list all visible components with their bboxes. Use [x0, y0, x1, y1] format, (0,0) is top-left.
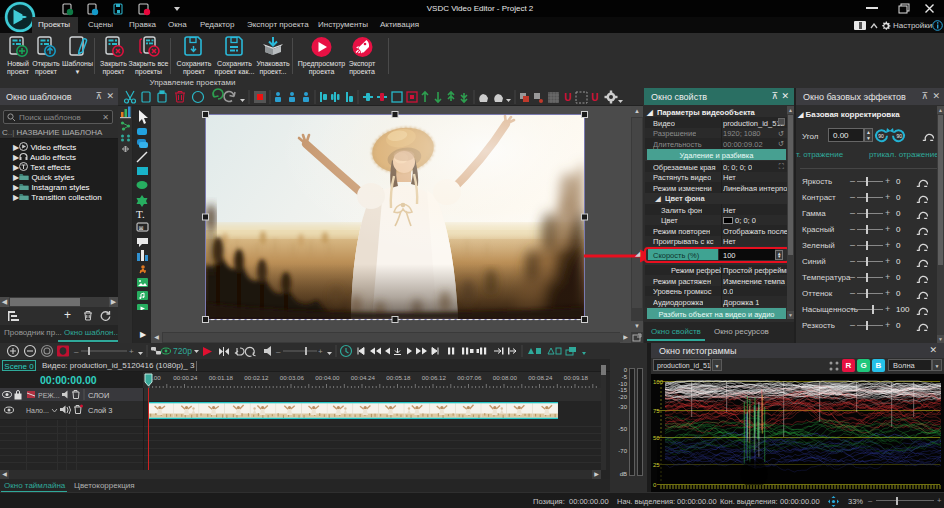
svg-text:00:01.18: 00:01.18 — [209, 374, 234, 381]
svg-text:00:08.24: 00:08.24 — [528, 374, 553, 381]
svg-text:00:03.06: 00:03.06 — [280, 374, 305, 381]
svg-text:Нало...: Нало... — [26, 407, 49, 414]
svg-text:100: 100 — [653, 379, 664, 385]
svg-text:00:08.00: 00:08.00 — [493, 374, 518, 381]
svg-text:–: – — [276, 347, 281, 356]
svg-text:СЛОИ: СЛОИ — [88, 391, 109, 400]
svg-text:–: – — [74, 347, 79, 356]
svg-text:00:09.18: 00:09.18 — [564, 374, 589, 381]
svg-text:50: 50 — [653, 435, 660, 441]
svg-text:720p: 720p — [173, 346, 192, 356]
svg-text:00:04.24: 00:04.24 — [351, 374, 376, 381]
svg-text:00:06.12: 00:06.12 — [422, 374, 447, 381]
svg-text:00:04.00: 00:04.00 — [315, 374, 340, 381]
svg-text:U: U — [591, 92, 598, 103]
svg-text:.00: .00 — [152, 374, 161, 381]
svg-text:T.: T. — [136, 208, 145, 220]
svg-text:РЕЖ...: РЕЖ... — [38, 392, 60, 399]
svg-text:90: 90 — [897, 133, 903, 139]
svg-text:25: 25 — [653, 462, 660, 468]
svg-text:Слой 3: Слой 3 — [88, 406, 113, 415]
svg-text:⊠: ⊠ — [139, 225, 144, 231]
svg-text:00:07.06: 00:07.06 — [457, 374, 482, 381]
svg-text:U: U — [564, 92, 571, 103]
svg-text:00:05.18: 00:05.18 — [386, 374, 411, 381]
svg-text:75: 75 — [653, 408, 660, 414]
svg-text:90: 90 — [878, 133, 884, 139]
svg-text:00:02.12: 00:02.12 — [244, 374, 269, 381]
svg-text:+: + — [318, 347, 323, 356]
svg-text:+: + — [129, 347, 134, 356]
svg-text:00:00.24: 00:00.24 — [173, 374, 198, 381]
